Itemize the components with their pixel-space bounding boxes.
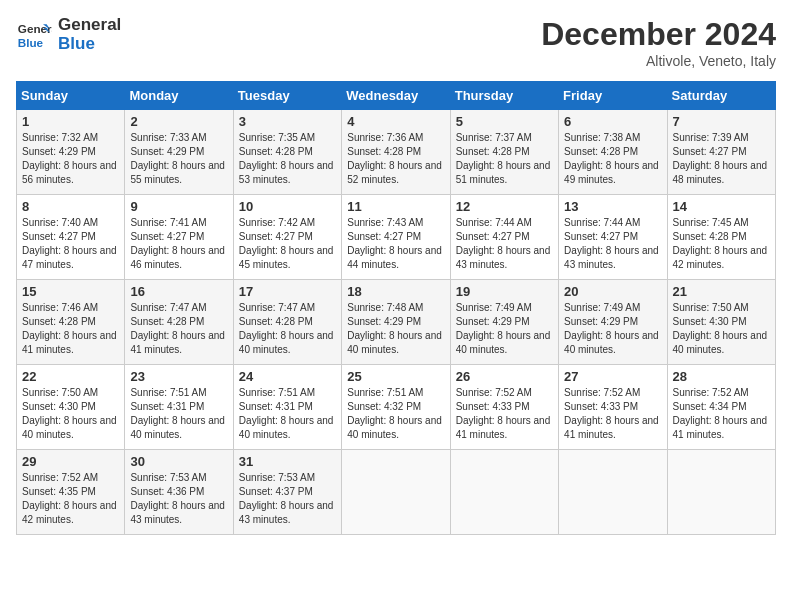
day-number: 28 [673,369,770,384]
calendar-cell: 17 Sunrise: 7:47 AMSunset: 4:28 PMDaylig… [233,280,341,365]
calendar-cell: 19 Sunrise: 7:49 AMSunset: 4:29 PMDaylig… [450,280,558,365]
day-info: Sunrise: 7:36 AMSunset: 4:28 PMDaylight:… [347,132,442,185]
calendar-cell: 4 Sunrise: 7:36 AMSunset: 4:28 PMDayligh… [342,110,450,195]
day-number: 8 [22,199,119,214]
day-info: Sunrise: 7:39 AMSunset: 4:27 PMDaylight:… [673,132,768,185]
day-number: 7 [673,114,770,129]
day-number: 5 [456,114,553,129]
day-number: 1 [22,114,119,129]
day-info: Sunrise: 7:46 AMSunset: 4:28 PMDaylight:… [22,302,117,355]
calendar-cell: 28 Sunrise: 7:52 AMSunset: 4:34 PMDaylig… [667,365,775,450]
calendar-cell [450,450,558,535]
day-number: 15 [22,284,119,299]
calendar-cell: 21 Sunrise: 7:50 AMSunset: 4:30 PMDaylig… [667,280,775,365]
day-info: Sunrise: 7:45 AMSunset: 4:28 PMDaylight:… [673,217,768,270]
logo-icon: General Blue [16,17,52,53]
day-number: 23 [130,369,227,384]
calendar-cell: 25 Sunrise: 7:51 AMSunset: 4:32 PMDaylig… [342,365,450,450]
day-number: 25 [347,369,444,384]
calendar-cell: 27 Sunrise: 7:52 AMSunset: 4:33 PMDaylig… [559,365,667,450]
day-number: 19 [456,284,553,299]
day-number: 30 [130,454,227,469]
calendar-cell: 12 Sunrise: 7:44 AMSunset: 4:27 PMDaylig… [450,195,558,280]
day-number: 9 [130,199,227,214]
calendar-cell: 8 Sunrise: 7:40 AMSunset: 4:27 PMDayligh… [17,195,125,280]
calendar-cell: 15 Sunrise: 7:46 AMSunset: 4:28 PMDaylig… [17,280,125,365]
day-number: 6 [564,114,661,129]
day-info: Sunrise: 7:43 AMSunset: 4:27 PMDaylight:… [347,217,442,270]
calendar-cell: 2 Sunrise: 7:33 AMSunset: 4:29 PMDayligh… [125,110,233,195]
calendar-cell: 20 Sunrise: 7:49 AMSunset: 4:29 PMDaylig… [559,280,667,365]
day-number: 10 [239,199,336,214]
day-number: 14 [673,199,770,214]
svg-text:Blue: Blue [18,35,44,48]
weekday-header-tuesday: Tuesday [233,82,341,110]
day-info: Sunrise: 7:44 AMSunset: 4:27 PMDaylight:… [564,217,659,270]
day-info: Sunrise: 7:53 AMSunset: 4:36 PMDaylight:… [130,472,225,525]
logo-text-blue: Blue [58,35,121,54]
day-info: Sunrise: 7:35 AMSunset: 4:28 PMDaylight:… [239,132,334,185]
day-info: Sunrise: 7:49 AMSunset: 4:29 PMDaylight:… [456,302,551,355]
day-number: 3 [239,114,336,129]
calendar-cell: 14 Sunrise: 7:45 AMSunset: 4:28 PMDaylig… [667,195,775,280]
day-info: Sunrise: 7:41 AMSunset: 4:27 PMDaylight:… [130,217,225,270]
day-info: Sunrise: 7:51 AMSunset: 4:31 PMDaylight:… [239,387,334,440]
day-number: 12 [456,199,553,214]
day-number: 21 [673,284,770,299]
day-info: Sunrise: 7:47 AMSunset: 4:28 PMDaylight:… [239,302,334,355]
day-info: Sunrise: 7:44 AMSunset: 4:27 PMDaylight:… [456,217,551,270]
logo-text-general: General [58,16,121,35]
calendar-cell [667,450,775,535]
calendar-week-4: 22 Sunrise: 7:50 AMSunset: 4:30 PMDaylig… [17,365,776,450]
day-info: Sunrise: 7:32 AMSunset: 4:29 PMDaylight:… [22,132,117,185]
day-number: 26 [456,369,553,384]
day-info: Sunrise: 7:52 AMSunset: 4:33 PMDaylight:… [456,387,551,440]
calendar-cell: 1 Sunrise: 7:32 AMSunset: 4:29 PMDayligh… [17,110,125,195]
day-info: Sunrise: 7:53 AMSunset: 4:37 PMDaylight:… [239,472,334,525]
weekday-header-wednesday: Wednesday [342,82,450,110]
day-info: Sunrise: 7:48 AMSunset: 4:29 PMDaylight:… [347,302,442,355]
calendar-cell: 3 Sunrise: 7:35 AMSunset: 4:28 PMDayligh… [233,110,341,195]
calendar-week-5: 29 Sunrise: 7:52 AMSunset: 4:35 PMDaylig… [17,450,776,535]
weekday-header-sunday: Sunday [17,82,125,110]
calendar-cell: 16 Sunrise: 7:47 AMSunset: 4:28 PMDaylig… [125,280,233,365]
day-number: 24 [239,369,336,384]
calendar-cell: 7 Sunrise: 7:39 AMSunset: 4:27 PMDayligh… [667,110,775,195]
day-number: 17 [239,284,336,299]
calendar-cell: 22 Sunrise: 7:50 AMSunset: 4:30 PMDaylig… [17,365,125,450]
day-number: 16 [130,284,227,299]
calendar-cell: 26 Sunrise: 7:52 AMSunset: 4:33 PMDaylig… [450,365,558,450]
day-info: Sunrise: 7:52 AMSunset: 4:34 PMDaylight:… [673,387,768,440]
calendar-cell: 30 Sunrise: 7:53 AMSunset: 4:36 PMDaylig… [125,450,233,535]
calendar-cell: 5 Sunrise: 7:37 AMSunset: 4:28 PMDayligh… [450,110,558,195]
day-number: 29 [22,454,119,469]
month-title: December 2024 [541,16,776,53]
calendar-cell: 18 Sunrise: 7:48 AMSunset: 4:29 PMDaylig… [342,280,450,365]
weekday-header-thursday: Thursday [450,82,558,110]
calendar-cell: 23 Sunrise: 7:51 AMSunset: 4:31 PMDaylig… [125,365,233,450]
day-info: Sunrise: 7:50 AMSunset: 4:30 PMDaylight:… [22,387,117,440]
day-info: Sunrise: 7:37 AMSunset: 4:28 PMDaylight:… [456,132,551,185]
weekday-header-saturday: Saturday [667,82,775,110]
location-subtitle: Altivole, Veneto, Italy [541,53,776,69]
title-block: December 2024 Altivole, Veneto, Italy [541,16,776,69]
weekday-header-monday: Monday [125,82,233,110]
day-info: Sunrise: 7:33 AMSunset: 4:29 PMDaylight:… [130,132,225,185]
day-info: Sunrise: 7:51 AMSunset: 4:31 PMDaylight:… [130,387,225,440]
day-info: Sunrise: 7:51 AMSunset: 4:32 PMDaylight:… [347,387,442,440]
calendar-cell [559,450,667,535]
calendar-week-2: 8 Sunrise: 7:40 AMSunset: 4:27 PMDayligh… [17,195,776,280]
day-info: Sunrise: 7:40 AMSunset: 4:27 PMDaylight:… [22,217,117,270]
calendar-cell: 31 Sunrise: 7:53 AMSunset: 4:37 PMDaylig… [233,450,341,535]
day-info: Sunrise: 7:50 AMSunset: 4:30 PMDaylight:… [673,302,768,355]
day-number: 27 [564,369,661,384]
calendar-cell: 9 Sunrise: 7:41 AMSunset: 4:27 PMDayligh… [125,195,233,280]
calendar-cell: 24 Sunrise: 7:51 AMSunset: 4:31 PMDaylig… [233,365,341,450]
calendar-cell [342,450,450,535]
day-number: 20 [564,284,661,299]
day-info: Sunrise: 7:52 AMSunset: 4:33 PMDaylight:… [564,387,659,440]
calendar-cell: 13 Sunrise: 7:44 AMSunset: 4:27 PMDaylig… [559,195,667,280]
logo: General Blue General Blue [16,16,121,53]
weekday-header-row: SundayMondayTuesdayWednesdayThursdayFrid… [17,82,776,110]
day-number: 2 [130,114,227,129]
